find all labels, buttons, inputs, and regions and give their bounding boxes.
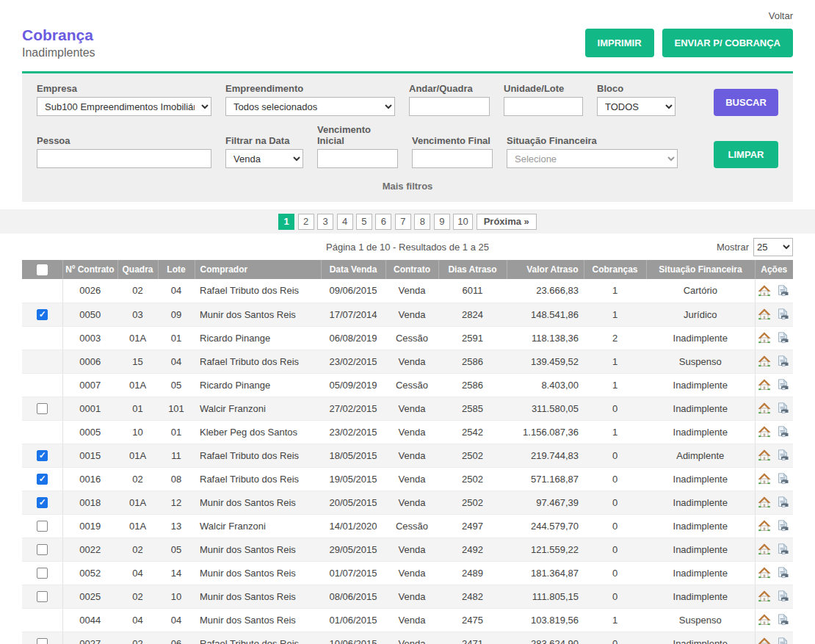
- print-report-icon[interactable]: [777, 449, 790, 461]
- select-all-checkbox[interactable]: [37, 264, 48, 275]
- cell-comprador: Ricardo Pinange: [195, 326, 321, 350]
- table-row: 0001 01 101 Walcir Franzoni 27/02/2015 V…: [22, 397, 793, 420]
- print-report-icon[interactable]: [777, 402, 790, 414]
- row-actions: [755, 538, 793, 561]
- row-checkbox[interactable]: [37, 638, 48, 644]
- next-page-button[interactable]: Próxima »: [477, 214, 537, 230]
- unidade-lote-input[interactable]: [504, 97, 583, 116]
- pessoa-input[interactable]: [37, 149, 211, 168]
- home-icon[interactable]: [758, 449, 771, 461]
- page-title: Cobrança: [22, 26, 95, 44]
- page-button-6[interactable]: 6: [375, 214, 391, 230]
- row-checkbox-cell: [22, 514, 62, 538]
- row-checkbox[interactable]: [37, 591, 48, 602]
- row-checkbox[interactable]: [37, 568, 48, 579]
- imprimir-button[interactable]: IMPRIMIR: [585, 29, 654, 57]
- page-button-7[interactable]: 7: [395, 214, 411, 230]
- cell-cobrancas: 0: [584, 467, 646, 491]
- home-icon[interactable]: [758, 590, 771, 602]
- cell-data-venda: 14/01/2020: [321, 514, 385, 538]
- home-icon[interactable]: [758, 473, 771, 485]
- andar-quadra-input[interactable]: [409, 97, 490, 116]
- empreendimento-select[interactable]: Todos selecionados: [225, 97, 395, 116]
- back-link[interactable]: Voltar: [769, 10, 793, 21]
- page-button-4[interactable]: 4: [337, 214, 353, 230]
- print-report-icon[interactable]: [777, 590, 790, 602]
- mostrar-select[interactable]: 25: [753, 238, 793, 256]
- row-checkbox[interactable]: [37, 450, 48, 461]
- print-report-icon[interactable]: [777, 473, 790, 485]
- empresa-select[interactable]: Sub100 Empreendimentos Imobiliários: [37, 97, 211, 116]
- filtrar-na-data-select[interactable]: Venda: [225, 149, 303, 168]
- row-checkbox[interactable]: [37, 544, 48, 555]
- buscar-button[interactable]: BUSCAR: [714, 89, 778, 116]
- home-icon[interactable]: [758, 567, 771, 579]
- page-button-3[interactable]: 3: [317, 214, 333, 230]
- print-report-icon[interactable]: [777, 496, 790, 508]
- home-icon[interactable]: [758, 614, 771, 626]
- row-checkbox-cell: [22, 561, 62, 585]
- row-checkbox[interactable]: [37, 474, 48, 485]
- vencimento-inicial-input[interactable]: [317, 149, 398, 168]
- cell-contrato: Venda: [385, 561, 438, 585]
- print-report-icon[interactable]: [777, 355, 790, 367]
- home-icon[interactable]: [758, 285, 771, 297]
- enviar-cobranca-button[interactable]: ENVIAR P/ COBRANÇA: [662, 29, 793, 57]
- page-button-2[interactable]: 2: [298, 214, 314, 230]
- home-icon[interactable]: [758, 637, 771, 644]
- row-actions: [755, 326, 793, 350]
- cell-quadra: 10: [117, 420, 158, 444]
- cell-quadra: 02: [117, 632, 158, 644]
- cell-contrato: Venda: [385, 608, 438, 632]
- cell-contrato: Venda: [385, 632, 438, 644]
- cell-situacao: Inadimplente: [646, 326, 755, 350]
- row-checkbox[interactable]: [37, 309, 48, 320]
- print-report-icon[interactable]: [777, 637, 790, 644]
- print-report-icon[interactable]: [777, 426, 790, 438]
- cell-comprador: Rafael Tributo dos Reis: [195, 350, 321, 373]
- limpar-button[interactable]: LIMPAR: [714, 141, 778, 168]
- print-report-icon[interactable]: [777, 567, 790, 579]
- page-button-9[interactable]: 9: [434, 214, 450, 230]
- row-checkbox[interactable]: [37, 521, 48, 532]
- home-icon[interactable]: [758, 379, 771, 391]
- home-icon[interactable]: [758, 520, 771, 532]
- print-report-icon[interactable]: [777, 614, 790, 626]
- row-checkbox[interactable]: [37, 403, 48, 414]
- page-button-8[interactable]: 8: [414, 214, 430, 230]
- table-row: 0003 01A 01 Ricardo Pinange 06/08/2019 C…: [22, 326, 793, 350]
- print-report-icon[interactable]: [777, 379, 790, 391]
- row-actions: [755, 350, 793, 373]
- cell-situacao: Inadimplente: [646, 632, 755, 644]
- print-report-icon[interactable]: [777, 543, 790, 555]
- row-actions: [755, 420, 793, 444]
- table-row: 0006 15 04 Rafael Tributo dos Reis 23/02…: [22, 350, 793, 373]
- home-icon[interactable]: [758, 332, 771, 344]
- row-checkbox[interactable]: [37, 497, 48, 508]
- home-icon[interactable]: [758, 543, 771, 555]
- cell-dias-atraso: 2586: [438, 373, 507, 397]
- page-button-1[interactable]: 1: [278, 214, 294, 230]
- vencimento-final-input[interactable]: [412, 149, 493, 168]
- print-report-icon[interactable]: [777, 332, 790, 344]
- print-report-icon[interactable]: [777, 520, 790, 532]
- table-row: 0015 01A 11 Rafael Tributo dos Reis 18/0…: [22, 444, 793, 467]
- print-report-icon[interactable]: [777, 285, 790, 297]
- home-icon[interactable]: [758, 402, 771, 414]
- home-icon[interactable]: [758, 496, 771, 508]
- situacao-financeira-select[interactable]: Selecione: [507, 149, 678, 168]
- home-icon[interactable]: [758, 355, 771, 367]
- mais-filtros-link[interactable]: Mais filtros: [37, 176, 778, 198]
- print-report-icon[interactable]: [777, 308, 790, 320]
- home-icon[interactable]: [758, 426, 771, 438]
- page-button-5[interactable]: 5: [356, 214, 372, 230]
- cell-valor-atraso: 571.168,87: [507, 467, 584, 491]
- home-icon[interactable]: [758, 308, 771, 320]
- row-checkbox-cell: [22, 326, 62, 350]
- bloco-select[interactable]: TODOS: [597, 97, 675, 116]
- cell-dias-atraso: 2824: [438, 303, 507, 326]
- cell-contrato: Cessão: [385, 514, 438, 538]
- cell-quadra: 02: [117, 585, 158, 608]
- page-button-10[interactable]: 10: [453, 214, 472, 230]
- cell-valor-atraso: 139.459,52: [507, 350, 584, 373]
